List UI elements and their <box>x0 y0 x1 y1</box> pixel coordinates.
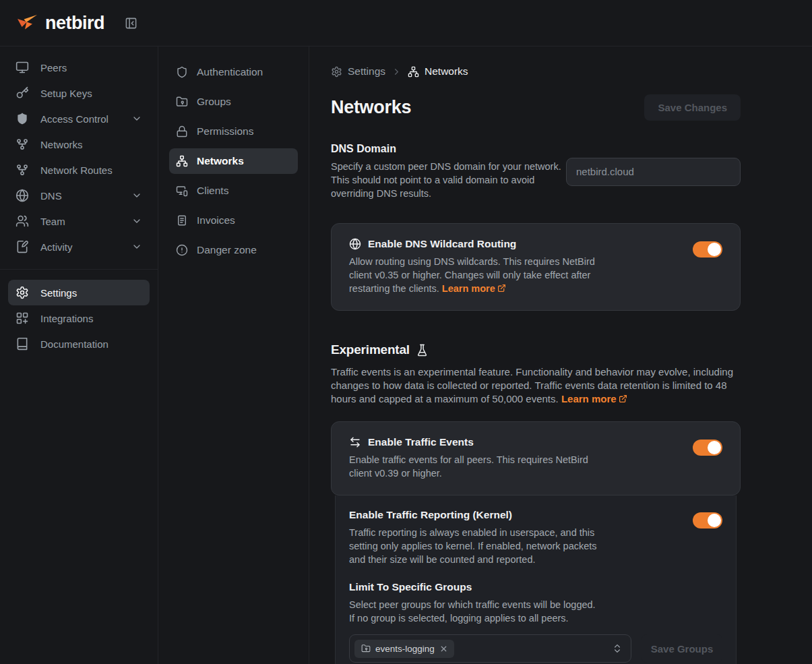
breadcrumb-settings[interactable]: Settings <box>331 65 385 78</box>
chevrons-up-down-icon <box>612 643 623 654</box>
sidebar-item-label: Access Control <box>40 113 120 125</box>
chevron-down-icon <box>131 190 142 201</box>
users-icon <box>15 214 29 228</box>
sidebar-item-integrations[interactable]: Integrations <box>8 305 150 331</box>
globe-icon <box>349 238 361 250</box>
chevron-down-icon <box>131 216 142 227</box>
subnav-item-networks[interactable]: Networks <box>169 148 298 174</box>
experimental-heading: Experimental <box>331 342 410 357</box>
save-changes-button[interactable]: Save Changes <box>644 94 741 121</box>
dns-wildcard-toggle[interactable] <box>693 241 722 258</box>
folder-git-icon <box>176 96 188 108</box>
top-bar: netbird <box>0 0 812 47</box>
shield-outline-icon <box>176 66 188 78</box>
notebook-pen-icon <box>15 240 29 253</box>
subnav-item-permissions[interactable]: Permissions <box>169 119 298 144</box>
remove-group-icon[interactable] <box>439 644 448 653</box>
blocks-icon <box>15 311 29 325</box>
sidebar-item-label: Networks <box>40 139 142 150</box>
breadcrumb: Settings Networks <box>331 65 741 78</box>
sidebar-item-label: Network Routes <box>40 164 142 176</box>
subnav-item-clients[interactable]: Clients <box>169 178 298 204</box>
subnav-item-invoices[interactable]: Invoices <box>169 208 298 233</box>
sidebar-item-setup-keys[interactable]: Setup Keys <box>8 80 150 106</box>
subnav-item-danger-zone[interactable]: Danger zone <box>169 237 298 263</box>
panel-left-collapse-icon <box>125 17 137 30</box>
settings-subnav: Authentication Groups Permissions Networ… <box>158 47 309 664</box>
subnav-item-authentication[interactable]: Authentication <box>169 59 298 85</box>
chevron-down-icon <box>131 113 142 124</box>
sidebar-item-activity[interactable]: Activity <box>8 234 150 260</box>
gear-icon <box>331 66 342 78</box>
dns-domain-description: Specify a custom peer DNS domain for you… <box>331 160 564 200</box>
dns-domain-section: DNS Domain Specify a custom peer DNS dom… <box>331 143 741 200</box>
arrows-left-right-icon <box>349 436 361 448</box>
traffic-events-card: Enable Traffic Events Enable traffic eve… <box>331 421 741 495</box>
sidebar-item-access-control[interactable]: Access Control <box>8 106 150 131</box>
sidebar-item-settings[interactable]: Settings <box>8 280 150 305</box>
learn-more-link[interactable]: Learn more <box>561 393 627 404</box>
sidebar-item-label: Team <box>40 216 120 227</box>
monitor-icon <box>15 61 29 74</box>
git-fork-icon <box>15 138 29 151</box>
sidebar-item-label: Setup Keys <box>40 88 142 99</box>
subnav-item-label: Authentication <box>197 66 291 78</box>
subnav-item-groups[interactable]: Groups <box>169 89 298 115</box>
folder-git-icon <box>361 644 371 653</box>
gear-icon <box>15 286 29 299</box>
dns-domain-heading: DNS Domain <box>331 143 564 155</box>
alert-circle-icon <box>176 244 188 256</box>
save-groups-button[interactable]: Save Groups <box>642 634 722 663</box>
kernel-reporting-toggle[interactable] <box>693 512 722 529</box>
subnav-item-label: Permissions <box>197 125 291 138</box>
traffic-events-subpanel: Enable Traffic Reporting (Kernel) Traffi… <box>335 495 737 664</box>
groups-select[interactable]: events-logging <box>349 634 631 663</box>
sidebar-divider <box>0 269 158 270</box>
traffic-events-description: Enable traffic events for all peers. Thi… <box>349 453 613 480</box>
experimental-description: Traffic events is an experimental featur… <box>331 366 733 404</box>
chevron-right-icon <box>392 67 402 77</box>
sidebar-item-documentation[interactable]: Documentation <box>8 331 150 357</box>
learn-more-link[interactable]: Learn more <box>442 283 506 294</box>
wildcard-title: Enable DNS Wildcard Routing <box>368 238 516 250</box>
brand-name: netbird <box>45 13 104 34</box>
kernel-reporting-description: Traffic reporting is always enabled in u… <box>349 526 613 566</box>
netbird-logo: netbird <box>16 13 104 34</box>
sidebar-item-label: DNS <box>40 190 120 202</box>
sidebar-item-label: Documentation <box>40 338 142 350</box>
sidebar-item-label: Integrations <box>40 313 142 324</box>
sidebar-collapse-button[interactable] <box>123 16 139 31</box>
lock-icon <box>176 125 188 138</box>
dns-wildcard-card: Enable DNS Wildcard Routing Allow routin… <box>331 223 741 311</box>
git-fork-icon <box>15 163 29 177</box>
subnav-item-label: Danger zone <box>197 244 291 256</box>
breadcrumb-label: Networks <box>425 65 468 78</box>
main-sidebar: Peers Setup Keys Access Control Networks… <box>0 47 158 664</box>
traffic-events-title: Enable Traffic Events <box>368 436 474 448</box>
limit-groups-title: Limit To Specific Groups <box>349 581 722 593</box>
sidebar-item-label: Settings <box>40 287 142 299</box>
limit-groups-section: Limit To Specific Groups Select peer gro… <box>349 581 722 663</box>
sidebar-item-peers[interactable]: Peers <box>8 55 150 80</box>
subnav-item-label: Clients <box>197 185 291 197</box>
receipt-icon <box>176 214 188 227</box>
globe-icon <box>15 189 29 202</box>
breadcrumb-label: Settings <box>348 65 385 78</box>
hierarchy-icon <box>408 66 419 78</box>
sidebar-item-team[interactable]: Team <box>8 208 150 234</box>
sidebar-item-networks[interactable]: Networks <box>8 131 150 157</box>
breadcrumb-networks[interactable]: Networks <box>408 65 468 78</box>
sidebar-item-network-routes[interactable]: Network Routes <box>8 157 150 183</box>
group-chip: events-logging <box>354 640 454 658</box>
limit-groups-description-line2: If no group is selected, logging applies… <box>349 611 722 625</box>
dns-domain-input[interactable] <box>566 158 741 186</box>
kernel-reporting-title: Enable Traffic Reporting (Kernel) <box>349 509 512 521</box>
sidebar-item-dns[interactable]: DNS <box>8 183 150 208</box>
chevron-down-icon <box>131 241 142 252</box>
flask-icon <box>416 344 429 357</box>
subnav-item-label: Invoices <box>197 214 291 227</box>
hierarchy-icon <box>176 155 188 167</box>
main-content: Settings Networks Networks Save Changes … <box>309 47 812 664</box>
traffic-events-toggle[interactable] <box>693 440 722 456</box>
limit-groups-description-line1: Select peer groups for which traffic eve… <box>349 598 722 611</box>
